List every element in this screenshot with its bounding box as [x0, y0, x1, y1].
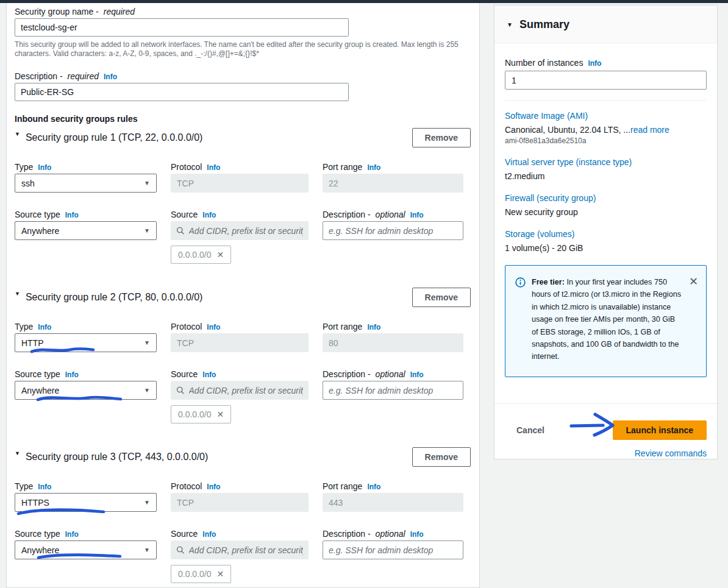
security-group-rule-2: ▼ Security group rule 2 (TCP, 80, 0.0.0.…	[15, 288, 471, 423]
cidr-chip-value: 0.0.0.0/0	[178, 250, 212, 260]
summary-panel: ▼ Summary Number of instances Info Softw…	[494, 5, 718, 459]
rule-description-info-link[interactable]: Info	[410, 530, 424, 539]
chevron-down-icon: ▼	[144, 180, 150, 186]
number-of-instances-input[interactable]	[505, 71, 707, 90]
search-icon	[176, 545, 185, 554]
rule-description-label: Description -	[323, 528, 371, 540]
rule-2-type-value: HTTP	[21, 338, 44, 348]
ami-id: ami-0f8e81a3da6e2510a	[505, 136, 707, 145]
launch-instance-button[interactable]: Launch instance	[613, 420, 707, 440]
remove-rule-2-button[interactable]: Remove	[412, 288, 471, 307]
review-commands-link[interactable]: Review commands	[635, 448, 707, 458]
rule-description-label: Description -	[323, 208, 371, 221]
storage-link[interactable]: Storage (volumes)	[505, 229, 574, 239]
rule-1-collapse-toggle[interactable]: ▼ Security group rule 1 (TCP, 22, 0.0.0.…	[15, 132, 202, 143]
protocol-info-link[interactable]: Info	[207, 323, 220, 331]
rule-1-source-type-select[interactable]: Anywhere ▼	[15, 221, 157, 240]
security-group-rule-3: ▼ Security group rule 3 (TCP, 443, 0.0.0…	[15, 447, 471, 583]
rule-1-port-input	[323, 174, 463, 193]
rule-1-source-search[interactable]	[171, 221, 309, 240]
sg-name-input[interactable]	[15, 18, 349, 37]
source-info-link[interactable]: Info	[202, 211, 216, 219]
collapse-caret-icon: ▼	[15, 291, 20, 297]
read-more-link[interactable]: read more	[630, 125, 669, 135]
instance-type-link[interactable]: Virtual server type (instance type)	[505, 157, 632, 167]
port-range-info-link[interactable]: Info	[367, 483, 380, 491]
remove-rule-1-button[interactable]: Remove	[412, 128, 471, 147]
rule-2-description-input[interactable]	[323, 381, 463, 400]
remove-rule-3-button[interactable]: Remove	[412, 447, 471, 467]
inbound-rules-title: Inbound security groups rules	[15, 114, 471, 124]
rule-3-collapse-toggle[interactable]: ▼ Security group rule 3 (TCP, 443, 0.0.0…	[15, 452, 208, 462]
remove-cidr-icon[interactable]: ✕	[217, 409, 224, 419]
source-info-link[interactable]: Info	[202, 530, 216, 539]
rule-3-source-input[interactable]	[189, 545, 303, 555]
cancel-button[interactable]: Cancel	[516, 425, 544, 435]
source-type-label: Source type	[15, 368, 60, 380]
source-type-info-link[interactable]: Info	[65, 530, 79, 539]
free-tier-bold-label: Free tier:	[532, 278, 565, 286]
rule-description-info-link[interactable]: Info	[410, 370, 424, 379]
protocol-info-link[interactable]: Info	[207, 163, 220, 172]
source-type-label: Source type	[15, 208, 60, 221]
protocol-label: Protocol	[171, 321, 202, 333]
rule-3-source-search[interactable]	[171, 540, 309, 559]
protocol-info-link[interactable]: Info	[207, 483, 220, 491]
close-icon[interactable]: ✕	[689, 276, 698, 367]
free-tier-text: Free tier: In your first year includes 7…	[532, 276, 683, 367]
rule-description-info-link[interactable]: Info	[410, 211, 424, 219]
description-info-link[interactable]: Info	[104, 73, 117, 81]
port-range-label: Port range	[323, 480, 362, 492]
rule-2-collapse-toggle[interactable]: ▼ Security group rule 2 (TCP, 80, 0.0.0.…	[15, 292, 202, 303]
type-info-link[interactable]: Info	[38, 323, 51, 331]
rule-3-type-select[interactable]: HTTPS ▼	[15, 493, 157, 512]
firewall-value: New security group	[505, 207, 707, 217]
rule-2-type-select[interactable]: HTTP ▼	[15, 333, 157, 352]
rule-2-source-input[interactable]	[189, 386, 303, 395]
protocol-label: Protocol	[171, 480, 202, 492]
rule-3-description-input[interactable]	[323, 540, 463, 559]
rule-3-source-type-select[interactable]: Anywhere ▼	[15, 540, 157, 559]
rule-3-source-type-value: Anywhere	[21, 545, 59, 555]
rule-1-type-select[interactable]: ssh ▼	[15, 174, 157, 193]
search-icon	[176, 386, 185, 395]
sg-name-label: Security group name -	[15, 5, 99, 18]
rule-description-optional-label: optional	[376, 528, 405, 540]
divider	[505, 100, 707, 101]
cidr-chip-value: 0.0.0.0/0	[178, 409, 212, 419]
rule-2-title: Security group rule 2 (TCP, 80, 0.0.0.0/…	[26, 292, 203, 303]
rule-1-source-input[interactable]	[189, 226, 303, 236]
port-range-info-link[interactable]: Info	[367, 323, 380, 331]
source-type-info-link[interactable]: Info	[65, 370, 79, 379]
source-info-link[interactable]: Info	[202, 370, 216, 379]
summary-collapse-toggle[interactable]: ▼ Summary	[494, 5, 717, 43]
remove-cidr-icon[interactable]: ✕	[217, 250, 224, 260]
rule-2-port-input	[323, 333, 463, 352]
rule-1-source-type-value: Anywhere	[21, 226, 59, 236]
description-label: Description -	[15, 70, 63, 82]
source-type-info-link[interactable]: Info	[65, 211, 79, 219]
rule-2-source-type-select[interactable]: Anywhere ▼	[15, 381, 157, 400]
type-info-link[interactable]: Info	[38, 163, 51, 172]
cidr-chip: 0.0.0.0/0✕	[171, 405, 231, 423]
port-range-info-link[interactable]: Info	[367, 163, 380, 172]
collapse-caret-icon: ▼	[507, 21, 513, 28]
firewall-link[interactable]: Firewall (security group)	[505, 193, 596, 203]
instances-info-link[interactable]: Info	[588, 59, 601, 68]
rule-1-type-value: ssh	[21, 179, 35, 188]
security-group-form-panel: Security group name - required This secu…	[6, 3, 480, 588]
rule-2-protocol-input	[171, 333, 309, 352]
collapse-caret-icon: ▼	[15, 450, 20, 456]
protocol-label: Protocol	[171, 161, 202, 173]
cidr-chip: 0.0.0.0/0✕	[171, 565, 231, 583]
software-image-link[interactable]: Software Image (AMI)	[505, 111, 588, 121]
rule-2-source-search[interactable]	[171, 381, 309, 400]
source-type-label: Source type	[15, 528, 60, 540]
rule-1-description-input[interactable]	[323, 221, 463, 240]
source-label: Source	[171, 208, 198, 221]
sg-description-input[interactable]	[15, 83, 349, 101]
rule-3-type-value: HTTPS	[21, 498, 49, 508]
type-info-link[interactable]: Info	[38, 483, 51, 491]
type-label: Type	[15, 161, 33, 173]
remove-cidr-icon[interactable]: ✕	[217, 569, 224, 579]
